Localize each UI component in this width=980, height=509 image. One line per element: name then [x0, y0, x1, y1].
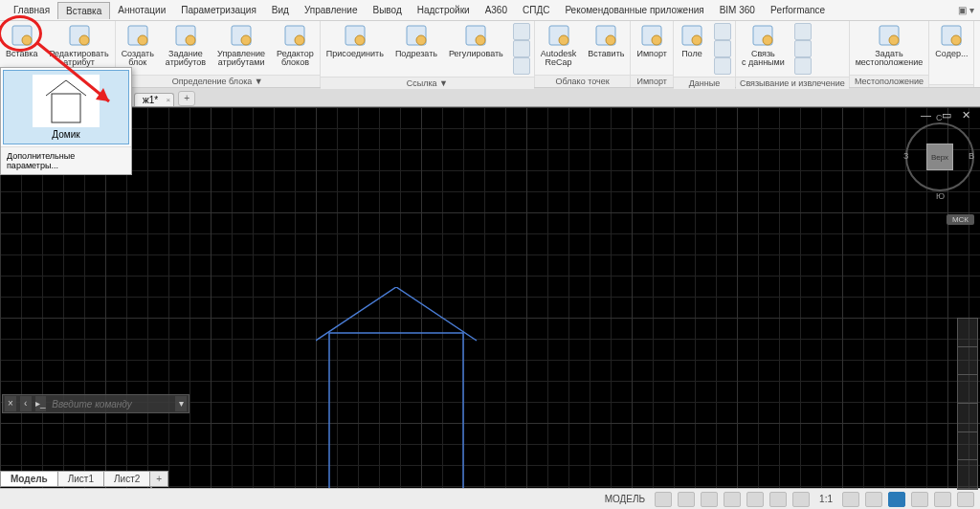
svg-point-7: [186, 35, 195, 45]
file-tab-name: ж1*: [143, 95, 158, 105]
status-grid-icon[interactable]: [655, 492, 672, 507]
status-plus-icon[interactable]: [865, 492, 882, 507]
tab-view[interactable]: Вид: [264, 2, 297, 18]
menu-tabs: Главная Вставка Аннотации Параметризация…: [0, 0, 980, 21]
svg-point-1: [22, 35, 32, 45]
svg-point-27: [763, 35, 772, 45]
viewcube-e[interactable]: В: [969, 151, 974, 161]
tab-output[interactable]: Вывод: [366, 2, 410, 18]
status-ortho-icon[interactable]: [701, 492, 718, 507]
tab-bim360[interactable]: BIM 360: [712, 2, 763, 18]
block-item-label: Домик: [8, 129, 124, 140]
status-custom-icon[interactable]: [957, 492, 974, 507]
command-line[interactable]: × ‹ ▸_ ▾: [2, 394, 189, 413]
svg-rect-39: [52, 94, 80, 122]
ribbon-attach-button[interactable]: Присоединить: [321, 21, 390, 77]
layout-tab-sheet2[interactable]: Лист2: [103, 471, 150, 487]
file-tab[interactable]: ж1* ×: [134, 93, 174, 106]
tab-param[interactable]: Параметризация: [173, 2, 264, 18]
svg-point-31: [951, 35, 961, 45]
svg-point-17: [476, 35, 485, 45]
ribbon-small-button[interactable]: [794, 40, 812, 57]
ribbon-small-button[interactable]: [714, 57, 731, 75]
ribbon-set-attr-button[interactable]: Задание атрибутов: [160, 21, 212, 75]
status-scale[interactable]: 1:1: [815, 494, 836, 504]
ribbon-field-button[interactable]: Поле: [674, 21, 710, 77]
ribbon-small-button[interactable]: [794, 23, 812, 40]
status-ws-icon[interactable]: [911, 492, 928, 507]
tab-home[interactable]: Главная: [6, 2, 57, 18]
navigation-bar[interactable]: [957, 318, 978, 490]
cmd-close-icon[interactable]: ×: [5, 396, 16, 411]
viewcube-top[interactable]: Верх: [926, 144, 953, 170]
ribbon-clip-button[interactable]: Подрезать: [390, 21, 443, 77]
tab-overflow-icon[interactable]: ▣ ▾: [952, 5, 980, 15]
ribbon-geoloc-button[interactable]: Задать местоположение: [850, 21, 929, 75]
svg-rect-32: [329, 333, 463, 509]
status-osnap-icon[interactable]: [746, 492, 764, 507]
tab-addins[interactable]: Надстройки: [410, 2, 478, 18]
block-preview-house: [316, 287, 488, 509]
ribbon-small-button[interactable]: [513, 40, 530, 57]
svg-point-25: [692, 35, 702, 45]
status-snap-icon[interactable]: [678, 492, 695, 507]
tab-spds[interactable]: СПДС: [515, 2, 557, 18]
ribbon-content-button[interactable]: Содер...: [929, 21, 973, 84]
file-tabs: ж1* × +: [0, 88, 980, 107]
viewcube-wcs[interactable]: МСК: [947, 214, 974, 225]
svg-point-29: [889, 35, 899, 45]
tab-a360[interactable]: A360: [478, 2, 515, 18]
tab-featured[interactable]: Рекомендованные приложения: [557, 2, 711, 18]
svg-point-23: [652, 35, 661, 45]
status-gear-icon[interactable]: [842, 492, 859, 507]
drawing-canvas[interactable]: — ▭ ✕ X Y Верх С Ю В З МСК × ‹ ▸_ ▾: [0, 107, 980, 488]
viewport-controls[interactable]: — ▭ ✕: [921, 109, 974, 122]
cmd-history-icon[interactable]: ‹: [20, 396, 32, 411]
add-tab-button[interactable]: +: [178, 91, 195, 106]
ribbon-block-editor-button[interactable]: Редактор блоков: [271, 21, 320, 75]
command-input[interactable]: [48, 399, 173, 409]
status-polar-icon[interactable]: [724, 492, 741, 507]
ribbon-import-button[interactable]: Импорт: [631, 21, 672, 75]
svg-point-19: [559, 35, 568, 45]
cmd-menu-icon[interactable]: ▾: [175, 396, 187, 411]
svg-point-15: [416, 35, 426, 45]
svg-point-5: [138, 35, 147, 45]
ribbon-insert2-button[interactable]: Вставить: [582, 21, 630, 75]
tab-perf[interactable]: Performance: [763, 2, 833, 18]
ribbon-adjust-button[interactable]: Регулировать: [443, 21, 509, 77]
ribbon-manage-attr-button[interactable]: Управление атрибутами: [212, 21, 271, 75]
svg-point-13: [355, 35, 365, 45]
layout-add-button[interactable]: +: [149, 471, 168, 487]
close-icon[interactable]: ×: [166, 96, 170, 104]
viewcube-s[interactable]: Ю: [936, 191, 945, 201]
svg-point-11: [295, 35, 304, 45]
layout-tab-sheet1[interactable]: Лист1: [57, 471, 104, 487]
status-clean-icon[interactable]: [934, 492, 951, 507]
dropdown-more-options[interactable]: Дополнительные параметры...: [1, 146, 131, 174]
ribbon-small-button[interactable]: [513, 57, 530, 75]
viewcube-w[interactable]: З: [903, 151, 908, 161]
ribbon: ВставкаРедактировать атрибутСоздать блок…: [0, 21, 980, 88]
status-transp-icon[interactable]: [792, 492, 810, 507]
status-model[interactable]: МОДЕЛЬ: [601, 494, 649, 504]
svg-point-9: [241, 35, 251, 45]
tab-manage[interactable]: Управление: [297, 2, 366, 18]
ribbon-datalink-button[interactable]: Связь с данными: [736, 21, 791, 77]
layout-tab-model[interactable]: Модель: [0, 471, 58, 487]
cmd-prompt-icon: ▸_: [35, 396, 47, 411]
layout-tabs: Модель Лист1 Лист2 +: [0, 469, 168, 488]
ribbon-recap-button[interactable]: Autodesk ReCap: [535, 21, 583, 75]
ribbon-small-button[interactable]: [794, 57, 812, 75]
ribbon-small-button[interactable]: [513, 23, 530, 40]
status-bar: МОДЕЛЬ 1:1: [0, 488, 980, 509]
ribbon-small-button[interactable]: [714, 23, 731, 40]
tab-insert[interactable]: Вставка: [57, 2, 110, 19]
status-iso-icon[interactable]: [888, 492, 905, 507]
tab-annot[interactable]: Аннотации: [110, 2, 173, 18]
viewcube[interactable]: Верх С Ю В З МСК: [905, 113, 974, 201]
status-lwt-icon[interactable]: [769, 492, 787, 507]
ribbon-small-button[interactable]: [714, 40, 731, 57]
svg-point-3: [79, 35, 89, 45]
block-gallery-item[interactable]: Домик: [3, 70, 129, 144]
